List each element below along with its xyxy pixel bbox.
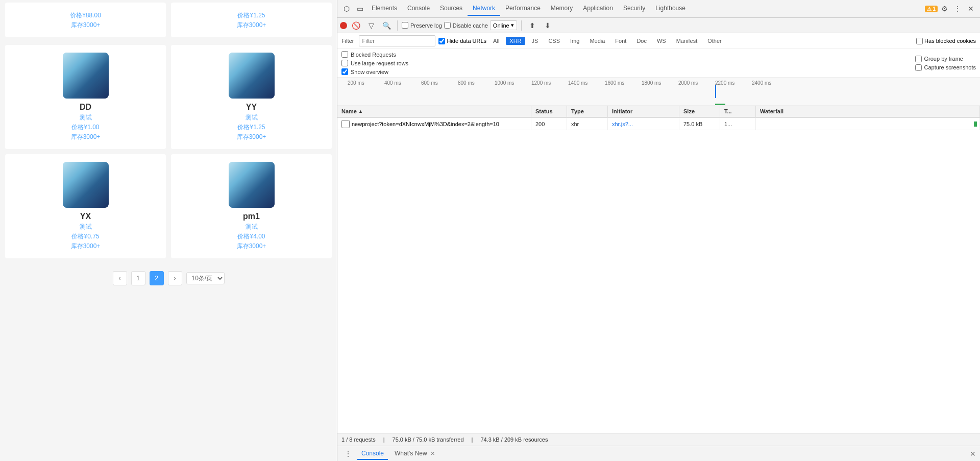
has-blocked-cookies-checkbox[interactable] xyxy=(916,38,923,44)
console-close-button[interactable]: ✕ xyxy=(970,450,976,458)
tick-2000ms: 2000 ms xyxy=(678,80,698,86)
top-card-1[interactable]: 价格¥88.00 库存3000+ xyxy=(5,3,166,37)
th-time[interactable]: T... xyxy=(720,106,756,117)
row-checkbox[interactable] xyxy=(341,120,350,128)
close-devtools-icon[interactable]: ✕ xyxy=(964,2,977,15)
online-select[interactable]: Online ▾ xyxy=(490,20,517,30)
type-btn-ws[interactable]: WS xyxy=(653,37,670,45)
th-size[interactable]: Size xyxy=(679,106,720,117)
th-name[interactable]: Name ▲ xyxy=(337,106,531,117)
disable-cache-checkbox[interactable] xyxy=(444,22,451,29)
type-btn-other[interactable]: Other xyxy=(704,37,725,45)
filter-icon[interactable]: ▽ xyxy=(364,19,378,32)
disable-cache-checkbox-label[interactable]: Disable cache xyxy=(444,22,488,29)
settings-icon[interactable]: ⚙ xyxy=(938,2,951,15)
page-1-button[interactable]: 1 xyxy=(131,271,145,285)
td-size: 75.0 kB xyxy=(679,118,720,130)
use-large-rows-label[interactable]: Use large request rows xyxy=(341,60,408,66)
prev-page-button[interactable]: ‹ xyxy=(113,271,127,285)
devtools-device-icon[interactable]: ▭ xyxy=(353,2,366,15)
next-page-button[interactable]: › xyxy=(168,271,182,285)
filter-input[interactable] xyxy=(359,35,435,46)
td-initiator[interactable]: xhr.js?... xyxy=(608,118,679,130)
tab-security[interactable]: Security xyxy=(618,2,650,16)
console-tab-close-icon[interactable]: ✕ xyxy=(430,450,435,456)
type-btn-media[interactable]: Media xyxy=(586,37,608,45)
hide-data-urls-label[interactable]: Hide data URLs xyxy=(438,38,486,44)
tab-lighthouse[interactable]: Lighthouse xyxy=(650,2,691,16)
console-tab-console[interactable]: Console xyxy=(357,448,388,460)
product-card-dd[interactable]: DD 测试 价格¥1.00 库存3000+ xyxy=(5,45,166,149)
product-desc-yx: 测试 xyxy=(80,223,92,231)
type-btn-font[interactable]: Font xyxy=(611,37,630,45)
record-button[interactable] xyxy=(340,22,347,29)
td-type: xhr xyxy=(567,118,608,130)
product-name-pm1: pm1 xyxy=(243,212,260,221)
tick-1600ms: 1600 ms xyxy=(605,80,624,86)
capture-screenshots-label[interactable]: Capture screenshots xyxy=(915,64,976,71)
product-card-yx[interactable]: YX 测试 价格¥0.75 库存3000+ xyxy=(5,154,166,258)
use-large-rows-checkbox[interactable] xyxy=(341,60,348,66)
top-card-2[interactable]: 价格¥1.25 库存3000+ xyxy=(171,3,332,37)
product-price-dd: 价格¥1.00 xyxy=(71,123,99,132)
blocked-requests-checkbox[interactable] xyxy=(341,51,348,58)
page-2-button[interactable]: 2 xyxy=(150,271,164,285)
blocked-requests-label[interactable]: Blocked Requests xyxy=(341,51,408,58)
show-overview-label[interactable]: Show overview xyxy=(341,68,408,75)
export-button[interactable]: ⬇ xyxy=(541,19,554,32)
tab-elements[interactable]: Elements xyxy=(366,2,402,16)
product-image-pm1 xyxy=(229,162,275,208)
product-image-dd xyxy=(63,53,109,99)
group-by-frame-checkbox[interactable] xyxy=(915,56,922,62)
console-tab-whatsnew[interactable]: What's New ✕ xyxy=(390,448,439,460)
page-size-select[interactable]: 10条/页 20条/页 xyxy=(186,272,225,284)
table-header: Name ▲ Status Type Initiator Size T... W… xyxy=(337,106,980,118)
capture-screenshots-checkbox[interactable] xyxy=(915,64,922,71)
clear-button[interactable]: 🚫 xyxy=(349,19,362,32)
th-waterfall[interactable]: Waterfall xyxy=(756,106,980,117)
th-type[interactable]: Type xyxy=(567,106,608,117)
th-initiator[interactable]: Initiator xyxy=(608,106,679,117)
tab-performance[interactable]: Performance xyxy=(500,2,546,16)
th-status[interactable]: Status xyxy=(531,106,567,117)
preserve-log-checkbox[interactable] xyxy=(402,22,408,29)
tab-application[interactable]: Application xyxy=(578,2,618,16)
type-btn-doc[interactable]: Doc xyxy=(633,37,650,45)
disable-cache-label: Disable cache xyxy=(453,22,488,29)
group-by-frame-text: Group by frame xyxy=(924,56,963,62)
show-overview-checkbox[interactable] xyxy=(341,68,348,75)
more-options-icon[interactable]: ⋮ xyxy=(951,2,964,15)
network-table[interactable]: Name ▲ Status Type Initiator Size T... W… xyxy=(337,106,980,433)
product-card-pm1[interactable]: pm1 测试 价格¥4.00 库存3000+ xyxy=(171,154,332,258)
product-price-pm1: 价格¥4.00 xyxy=(237,232,265,241)
td-time: 1... xyxy=(720,118,756,130)
devtools-inspect-icon[interactable]: ⬡ xyxy=(340,2,353,15)
timeline-marker xyxy=(715,85,716,98)
left-panel: 价格¥88.00 库存3000+ 价格¥1.25 库存3000+ DD 测试 价… xyxy=(0,0,337,461)
type-btn-css[interactable]: CSS xyxy=(545,37,564,45)
type-btn-js[interactable]: JS xyxy=(528,37,542,45)
console-menu-icon[interactable]: ⋮ xyxy=(341,447,355,460)
has-blocked-cookies-label[interactable]: Has blocked cookies xyxy=(916,38,976,44)
options-left: Blocked Requests Use large request rows … xyxy=(341,51,408,75)
tab-console[interactable]: Console xyxy=(402,2,435,16)
tab-memory[interactable]: Memory xyxy=(546,2,578,16)
product-name-yx: YX xyxy=(80,212,91,221)
product-card-yy[interactable]: YY 测试 价格¥1.25 库存3000+ xyxy=(171,45,332,149)
type-btn-img[interactable]: Img xyxy=(567,37,583,45)
type-btn-xhr[interactable]: XHR xyxy=(506,37,525,45)
type-btn-all[interactable]: All xyxy=(489,37,503,45)
waterfall-bar xyxy=(974,122,977,127)
hide-data-urls-checkbox[interactable] xyxy=(438,38,445,44)
tab-sources[interactable]: Sources xyxy=(435,2,468,16)
search-icon[interactable]: 🔍 xyxy=(380,19,393,32)
preserve-log-checkbox-label[interactable]: Preserve log xyxy=(402,22,442,29)
type-btn-manifest[interactable]: Manifest xyxy=(673,37,701,45)
network-toolbar: 🚫 ▽ 🔍 Preserve log Disable cache Online … xyxy=(337,18,980,33)
capture-screenshots-text: Capture screenshots xyxy=(924,64,976,70)
product-desc-pm1: 测试 xyxy=(246,223,258,231)
group-by-frame-label[interactable]: Group by frame xyxy=(915,56,976,62)
tab-network[interactable]: Network xyxy=(468,2,500,16)
table-row[interactable]: newproject?token=dXNIcnwxMjM%3D&index=2&… xyxy=(337,118,980,130)
import-button[interactable]: ⬆ xyxy=(526,19,539,32)
